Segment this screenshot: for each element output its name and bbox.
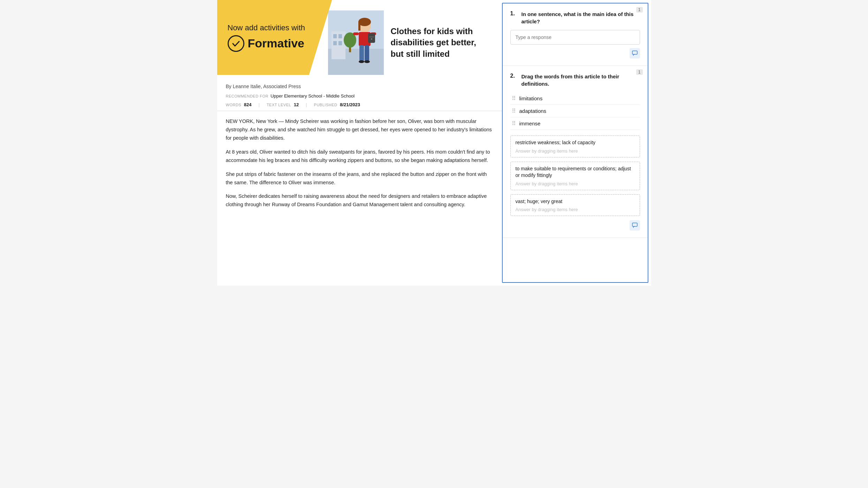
svg-rect-23	[632, 223, 637, 226]
drag-handle-0: ⠿	[512, 95, 516, 102]
recommended-label: RECOMMENDED FOR	[226, 94, 268, 98]
article-paragraph-3: She put strips of fabric fastener on the…	[226, 170, 493, 187]
definition-text-1: to make suitable to requirements or cond…	[516, 165, 635, 179]
svg-rect-14	[365, 45, 369, 61]
question-2-number: 2.	[510, 73, 518, 87]
question-1-badge: 1	[636, 7, 643, 13]
drag-word-item-1[interactable]: ⠿ adaptations	[510, 105, 640, 117]
svg-rect-19	[368, 33, 375, 43]
svg-rect-17	[353, 32, 359, 35]
words-value: 824	[244, 102, 252, 107]
activities-panel: 1 1. In one sentence, what is the main i…	[502, 3, 648, 283]
published-stat: PUBLISHED 8/21/2023	[314, 102, 360, 107]
article-paragraph-1: NEW YORK, New York — Mindy Scheirer was …	[226, 117, 493, 142]
question-2-text: Drag the words from this article to thei…	[521, 73, 640, 87]
drag-handle-1: ⠿	[512, 108, 516, 114]
drag-words-section: ⠿ limitations ⠿ adaptations ⠿ immense	[510, 92, 640, 130]
svg-rect-13	[359, 45, 364, 61]
formative-logo-row: Formative	[228, 35, 318, 52]
article-paragraph-4: Now, Scheirer dedicates herself to raisi…	[226, 192, 493, 209]
article-title: Clothes for kids with disabilities get b…	[391, 26, 488, 60]
svg-point-21	[371, 38, 372, 40]
question-block-2: 1 2. Drag the words from this article to…	[503, 66, 648, 238]
svg-rect-20	[369, 37, 374, 37]
question-1-header: 1. In one sentence, what is the main ide…	[510, 10, 640, 25]
svg-rect-5	[333, 41, 337, 45]
article-paragraph-2: At 8 years old, Oliver wanted to ditch h…	[226, 148, 493, 165]
question-2-comment-row	[510, 220, 640, 231]
definition-text-0: restrictive weakness; lack of capacity	[516, 139, 635, 146]
definition-text-2: vast; huge; very great	[516, 198, 635, 205]
question-1-comment-icon[interactable]	[630, 48, 640, 59]
svg-rect-6	[338, 41, 342, 45]
article-title-block: Clothes for kids with disabilities get b…	[384, 10, 495, 75]
svg-point-15	[359, 60, 364, 63]
definition-drop-hint-1: Answer by dragging items here	[516, 181, 635, 186]
drag-handle-2: ⠿	[512, 120, 516, 127]
recommended-value: Upper Elementary School - Middle School	[271, 93, 355, 99]
question-1-comment-row	[510, 48, 640, 59]
definition-drop-hint-0: Answer by dragging items here	[516, 148, 635, 154]
formative-brand-text: Formative	[248, 37, 305, 50]
drag-word-text-2: immense	[519, 121, 541, 126]
stat-separator-1: |	[259, 102, 260, 107]
page-wrapper: Now add activities with Formative	[217, 0, 651, 286]
question-1-input[interactable]	[510, 30, 640, 45]
drag-word-text-0: limitations	[519, 95, 543, 101]
article-stats: WORDS 824 | TEXT LEVEL 12 | PUBLISHED 8/…	[226, 102, 493, 107]
svg-rect-11	[358, 22, 360, 31]
words-label: WORDS	[226, 103, 242, 107]
article-image	[328, 10, 384, 75]
question-1-number: 1.	[510, 10, 518, 25]
drag-word-item-2[interactable]: ⠿ immense	[510, 117, 640, 130]
question-2-badge: 1	[636, 69, 643, 75]
definition-box-0: restrictive weakness; lack of capacity A…	[510, 135, 640, 157]
definition-box-1: to make suitable to requirements or cond…	[510, 162, 640, 190]
text-level-value: 12	[294, 102, 299, 107]
banner-now-add-text: Now add activities with	[228, 23, 318, 32]
text-level-stat: TEXT LEVEL 12	[267, 102, 299, 107]
svg-rect-3	[333, 34, 337, 38]
svg-point-16	[364, 60, 370, 63]
svg-rect-22	[632, 51, 637, 54]
question-1-text: In one sentence, what is the main idea o…	[521, 10, 640, 25]
drag-word-item-0[interactable]: ⠿ limitations	[510, 92, 640, 105]
formative-check-icon	[228, 35, 244, 52]
question-2-comment-icon[interactable]	[630, 220, 640, 231]
definition-box-2: vast; huge; very great Answer by draggin…	[510, 194, 640, 216]
published-label: PUBLISHED	[314, 103, 337, 107]
article-panel: Now add activities with Formative	[217, 0, 502, 286]
article-body: NEW YORK, New York — Mindy Scheirer was …	[217, 111, 502, 221]
article-tags: RECOMMENDED FOR Upper Elementary School …	[226, 93, 493, 99]
words-stat: WORDS 824	[226, 102, 252, 107]
definition-boxes: restrictive weakness; lack of capacity A…	[510, 135, 640, 216]
published-value: 8/21/2023	[340, 102, 360, 107]
article-byline: By Leanne Italie, Associated Press	[226, 84, 493, 89]
question-2-header: 2. Drag the words from this article to t…	[510, 73, 640, 87]
text-level-label: TEXT LEVEL	[267, 103, 291, 107]
definition-drop-hint-2: Answer by dragging items here	[516, 207, 635, 212]
drag-word-text-1: adaptations	[519, 108, 547, 114]
question-block-1: 1 1. In one sentence, what is the main i…	[503, 3, 648, 66]
stat-separator-2: |	[306, 102, 307, 107]
article-meta: By Leanne Italie, Associated Press RECOM…	[217, 80, 502, 111]
svg-rect-4	[338, 34, 342, 38]
